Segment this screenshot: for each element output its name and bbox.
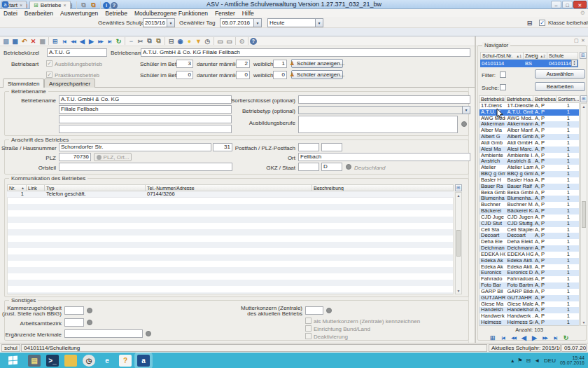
scroll-down-icon[interactable]: ▼ [582, 320, 586, 325]
betriebe-list-row[interactable]: Euronics Euronics D... A, P 1 [479, 270, 579, 276]
next-record-icon[interactable]: ▶ [87, 36, 96, 46]
tray-flag-icon[interactable]: ⚑ [517, 357, 522, 364]
tray-expand-icon[interactable]: ▴ [511, 357, 514, 364]
menu-betriebe[interactable]: Betriebe [105, 10, 127, 17]
tray-network-icon[interactable]: ⊟ [526, 357, 531, 364]
clock[interactable]: 15:44 05.07.2016 [560, 355, 584, 366]
betriebe-list-row[interactable]: Albert G Albert GmbH A, P 1 [479, 134, 579, 140]
undo-icon[interactable]: ↶ [20, 36, 29, 46]
menu-bearbeiten[interactable]: Bearbeiten [24, 10, 53, 17]
chevron-down-icon[interactable]: ▼ [253, 19, 261, 27]
info-dot-icon[interactable] [346, 164, 351, 170]
betriebe-list-row[interactable]: Bäckerei Bäckerei Ka... A, P 1 [479, 208, 579, 214]
betriebe-list-row[interactable]: Alesi Ma Alesi Marc... A, P 1 [479, 146, 579, 153]
prev-record-icon[interactable]: ◀ [78, 36, 87, 46]
refresh-icon[interactable]: ↻ [561, 333, 570, 342]
merkmale-input[interactable] [64, 329, 143, 338]
help-icon[interactable]: ? [250, 38, 257, 45]
col-schule[interactable]: Schule [547, 52, 578, 60]
betriebe-list-row[interactable]: Edeka Ak Edeka Akti... A, P 1 [479, 264, 579, 271]
info-dot-icon[interactable] [87, 320, 92, 325]
print-icon[interactable]: ⊟ [167, 36, 176, 46]
staat-input[interactable]: D [321, 163, 342, 171]
window2-icon[interactable]: ▭ [225, 36, 234, 46]
bearbeiten-button[interactable]: Bearbeiten [535, 82, 585, 91]
cut-icon[interactable]: ✂ [136, 36, 145, 46]
language-indicator[interactable]: DEU [544, 357, 556, 364]
separator[interactable] [248, 37, 248, 45]
sortierschluessel-input[interactable] [298, 95, 470, 104]
betriebe-list-row[interactable]: Heimess Heimess So... A, P 1 [479, 320, 579, 326]
betriebe-list-row[interactable]: Edeka Ak Edeka Akti... A, P 1 [479, 258, 579, 264]
settings-gear-icon[interactable]: ⚙ [580, 10, 585, 16]
scrollbar-thumb[interactable] [582, 201, 586, 228]
school-row[interactable]: 04101114 BS 04101114 [480, 60, 578, 67]
schueler-anzeigen-button[interactable]: ♟ Schüler anzeigen... [291, 70, 343, 79]
info-dot-icon[interactable] [146, 331, 151, 336]
col-tel[interactable]: Tel.-Nummer/Adresse [146, 184, 312, 191]
server-manager-icon[interactable]: ▤ [28, 355, 41, 367]
edit-table-icon[interactable]: ▦ [38, 36, 47, 46]
tab-ansprechpartner[interactable]: Ansprechpartner [44, 79, 95, 88]
weiblich-count-input[interactable]: 0 [273, 71, 287, 79]
betriebe-list-row[interactable]: CJD Juge CJD Jugen... A, P 1 [479, 214, 579, 221]
betriebe-list-row[interactable]: Anstrich Anstrich & ... A, P 1 [479, 158, 579, 165]
windows-icon[interactable]: ⧉ [79, 1, 88, 10]
asv-icon[interactable]: a [137, 355, 150, 367]
scroll-up-icon[interactable]: ▲ [457, 193, 461, 198]
main-scrollbar[interactable] [468, 88, 475, 343]
ort-input[interactable]: Fellbach [298, 153, 470, 161]
ie-icon[interactable]: e [101, 355, 113, 367]
betriebe-list-row[interactable]: Giese Ma Giese Maler A, P 1 [479, 301, 579, 308]
col-sortiernummer[interactable]: Sortiern...▲ [556, 95, 580, 103]
preview-icon[interactable]: ◉ [176, 36, 185, 46]
betriebe-list-row[interactable]: Akkerman Akkermann... A, P 1 [479, 121, 579, 128]
menu-modulbezogene-funktionen[interactable]: Modulbezogene Funktionen [134, 10, 208, 17]
spin-down-icon[interactable]: ▼ [573, 63, 576, 66]
minimize-button[interactable]: – [551, 1, 561, 8]
arbeitsamtbezirk-input[interactable] [64, 318, 84, 327]
help-icon[interactable]: ? [111, 2, 118, 9]
separator[interactable] [100, 1, 101, 9]
betriebe-list-row[interactable]: Foto Bar Foto Bartm... A, P 1 [479, 282, 579, 289]
record-icon[interactable]: ⊙ [237, 36, 246, 46]
betriebe-list-row[interactable]: Aldi Gmb Aldi GmbH ... A, P 1 [479, 140, 579, 146]
help-file-icon[interactable]: ? [119, 355, 132, 367]
panel-splitter[interactable] [475, 36, 476, 343]
col-schulnr[interactable]: Schul-/Dst.Nr.▲1 [480, 52, 524, 60]
table-settings-icon[interactable]: ⊞ [580, 95, 587, 102]
schuljahr-combobox[interactable]: 2015/16 ▼ [143, 18, 175, 27]
betriebe-list-row[interactable]: Handwerk Handwerk ... A, P 1 [479, 313, 579, 320]
menu-datei[interactable]: Datei [4, 10, 18, 17]
kommunikation-row[interactable]: 1 Telefon geschäft. 07144/3266 [7, 191, 454, 198]
betriebename-line1-input[interactable]: A.T.U. GmbH & Co. KG [59, 95, 232, 104]
copy-icon[interactable]: ⧉ [145, 36, 154, 46]
tab-stammdaten[interactable]: Stammdaten [3, 79, 44, 88]
tray-volume-icon[interactable]: ◄ [534, 357, 540, 364]
next-record-icon[interactable]: ▶ [530, 333, 539, 342]
pin-icon[interactable]: ▢ [574, 38, 579, 43]
fast-next-icon[interactable]: ▶▶ [540, 333, 550, 342]
kammer-input[interactable] [64, 306, 84, 315]
betriebe-list-row[interactable]: GARP Bil GARP Bildu... A, P 1 [479, 289, 579, 295]
betriebe-list-row[interactable]: Atelier Atelier Lam... A, P 1 [479, 165, 579, 171]
schueler-count-input[interactable]: 3 [176, 60, 193, 68]
klasse-beibehalten-checkbox[interactable]: ✓ [539, 20, 545, 26]
scrollbar-thumb[interactable] [456, 230, 461, 257]
betriebe-list-row[interactable]: GUTJAHR GUTJAHR ... A, P 1 [479, 295, 579, 301]
close-icon[interactable]: × [64, 3, 66, 8]
betriebe-list-row[interactable]: Decoart Decoart A, P 1 [479, 233, 579, 239]
betriebe-list-row[interactable]: Deha Ele Deha Elekt... A, P 1 [479, 239, 579, 245]
table-icon[interactable]: ⊞ [488, 333, 497, 342]
info-dot-icon[interactable] [326, 308, 332, 313]
separator[interactable] [164, 37, 165, 45]
maximize-button[interactable]: □ [562, 1, 573, 8]
filter-checkbox[interactable] [500, 71, 506, 78]
table-settings-icon[interactable]: ⊞ [455, 184, 462, 191]
paste-icon[interactable]: ⧉ [154, 36, 163, 46]
first-record-icon[interactable]: |◀ [498, 333, 507, 342]
betriebe-list-row[interactable]: A.T.U. G A.T.U. Gmb... A, P 1 [479, 109, 579, 116]
fast-prev-icon[interactable]: ◀◀ [509, 333, 518, 342]
close-panel-icon[interactable]: ✕ [581, 38, 585, 43]
col-zweig[interactable]: Zweig▲2 [524, 52, 547, 60]
